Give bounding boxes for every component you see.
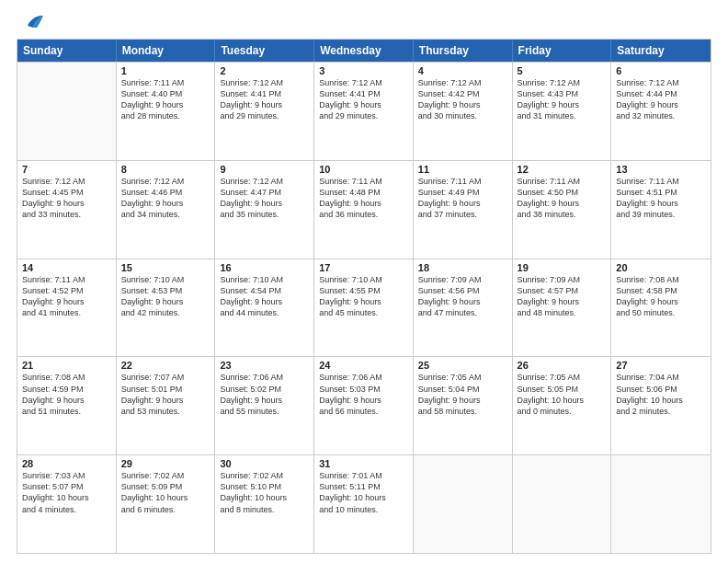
day-number: 25 — [418, 360, 507, 371]
header-monday: Monday — [117, 40, 216, 62]
day-number: 28 — [22, 458, 111, 469]
day-cell-28: 28Sunrise: 7:03 AMSunset: 5:07 PMDayligh… — [17, 455, 117, 553]
logo-bird-icon — [18, 13, 44, 33]
day-number: 31 — [319, 458, 408, 469]
cell-info-line: Daylight: 9 hours — [518, 296, 607, 307]
cell-info-line: Sunrise: 7:05 AM — [518, 372, 607, 383]
cell-info-line: Sunrise: 7:06 AM — [319, 372, 408, 383]
day-number: 3 — [319, 65, 408, 76]
day-cell-21: 21Sunrise: 7:08 AMSunset: 4:59 PMDayligh… — [17, 357, 117, 454]
cell-info-line: Sunset: 4:53 PM — [121, 285, 210, 296]
day-cell-5: 5Sunrise: 7:12 AMSunset: 4:43 PMDaylight… — [513, 63, 612, 160]
cell-info-line: Daylight: 9 hours — [418, 296, 507, 307]
header-thursday: Thursday — [414, 40, 513, 62]
cell-info-line: and 50 minutes. — [616, 307, 706, 318]
cell-info-line: and 35 minutes. — [220, 209, 309, 220]
cell-info-line: Daylight: 9 hours — [121, 99, 210, 110]
cell-info-line: Daylight: 9 hours — [418, 99, 507, 110]
cell-info-line: Sunset: 4:56 PM — [418, 285, 507, 296]
calendar-header-row: SundayMondayTuesdayWednesdayThursdayFrid… — [17, 40, 711, 62]
calendar: SundayMondayTuesdayWednesdayThursdayFrid… — [17, 39, 711, 554]
cell-info-line: and 0 minutes. — [518, 406, 607, 417]
cell-info-line: Sunset: 4:57 PM — [518, 285, 607, 296]
cell-info-line: and 28 minutes. — [121, 110, 210, 121]
cell-info-line: Sunset: 4:54 PM — [220, 285, 309, 296]
cell-info-line: Daylight: 9 hours — [319, 198, 408, 209]
cell-info-line: and 41 minutes. — [22, 307, 111, 318]
cell-info-line: Sunrise: 7:09 AM — [418, 274, 507, 285]
cell-info-line: and 55 minutes. — [220, 406, 309, 417]
empty-cell-4-5 — [513, 455, 612, 553]
day-cell-22: 22Sunrise: 7:07 AMSunset: 5:01 PMDayligh… — [117, 357, 216, 454]
header-tuesday: Tuesday — [215, 40, 314, 62]
cell-info-line: Sunrise: 7:02 AM — [121, 470, 210, 481]
header-friday: Friday — [513, 40, 612, 62]
cell-info-line: Sunset: 5:01 PM — [121, 384, 210, 395]
day-number: 13 — [616, 164, 706, 175]
cell-info-line: Sunset: 5:09 PM — [121, 481, 210, 492]
cell-info-line: Sunrise: 7:05 AM — [418, 372, 507, 383]
day-cell-25: 25Sunrise: 7:05 AMSunset: 5:04 PMDayligh… — [414, 357, 513, 454]
day-cell-4: 4Sunrise: 7:12 AMSunset: 4:42 PMDaylight… — [414, 63, 513, 160]
day-number: 20 — [616, 262, 706, 273]
day-cell-8: 8Sunrise: 7:12 AMSunset: 4:46 PMDaylight… — [117, 161, 216, 259]
cell-info-line: Daylight: 10 hours — [616, 395, 706, 406]
cell-info-line: Sunset: 5:10 PM — [220, 481, 309, 492]
day-cell-16: 16Sunrise: 7:10 AMSunset: 4:54 PMDayligh… — [215, 259, 314, 357]
day-cell-17: 17Sunrise: 7:10 AMSunset: 4:55 PMDayligh… — [314, 259, 414, 357]
day-cell-24: 24Sunrise: 7:06 AMSunset: 5:03 PMDayligh… — [314, 357, 414, 454]
cell-info-line: Daylight: 9 hours — [616, 296, 706, 307]
cell-info-line: Sunrise: 7:10 AM — [220, 274, 309, 285]
cell-info-line: Sunset: 5:02 PM — [220, 384, 309, 395]
cell-info-line: and 10 minutes. — [319, 504, 408, 515]
cell-info-line: Sunrise: 7:12 AM — [616, 77, 706, 88]
day-cell-11: 11Sunrise: 7:11 AMSunset: 4:49 PMDayligh… — [414, 161, 513, 259]
day-number: 21 — [22, 360, 111, 371]
day-cell-30: 30Sunrise: 7:02 AMSunset: 5:10 PMDayligh… — [215, 455, 314, 553]
day-number: 8 — [121, 164, 210, 175]
cell-info-line: Daylight: 9 hours — [319, 99, 408, 110]
cell-info-line: and 58 minutes. — [418, 406, 507, 417]
cell-info-line: Daylight: 9 hours — [121, 198, 210, 209]
day-cell-7: 7Sunrise: 7:12 AMSunset: 4:45 PMDaylight… — [17, 161, 117, 259]
cell-info-line: and 45 minutes. — [319, 307, 408, 318]
day-number: 19 — [518, 262, 607, 273]
cell-info-line: Sunset: 4:50 PM — [518, 187, 607, 198]
day-cell-9: 9Sunrise: 7:12 AMSunset: 4:47 PMDaylight… — [215, 161, 314, 259]
cell-info-line: Sunrise: 7:11 AM — [22, 274, 111, 285]
day-cell-18: 18Sunrise: 7:09 AMSunset: 4:56 PMDayligh… — [414, 259, 513, 357]
cell-info-line: Sunset: 4:41 PM — [220, 88, 309, 99]
cell-info-line: Sunset: 4:44 PM — [616, 88, 706, 99]
day-cell-2: 2Sunrise: 7:12 AMSunset: 4:41 PMDaylight… — [215, 63, 314, 160]
cell-info-line: and 42 minutes. — [121, 307, 210, 318]
cell-info-line: Sunrise: 7:03 AM — [22, 470, 111, 481]
header-wednesday: Wednesday — [314, 40, 414, 62]
cell-info-line: Sunrise: 7:10 AM — [121, 274, 210, 285]
day-cell-6: 6Sunrise: 7:12 AMSunset: 4:44 PMDaylight… — [611, 63, 711, 160]
logo — [17, 17, 44, 29]
cell-info-line: and 56 minutes. — [319, 406, 408, 417]
cell-info-line: Daylight: 10 hours — [22, 492, 111, 503]
cell-info-line: Daylight: 9 hours — [616, 198, 706, 209]
cell-info-line: Sunset: 4:47 PM — [220, 187, 309, 198]
day-number: 6 — [616, 65, 706, 76]
cell-info-line: Sunrise: 7:11 AM — [616, 176, 706, 187]
cell-info-line: Sunset: 4:55 PM — [319, 285, 408, 296]
empty-cell-0-0 — [17, 63, 117, 160]
cell-info-line: and 47 minutes. — [418, 307, 507, 318]
day-number: 22 — [121, 360, 210, 371]
cell-info-line: Sunset: 4:52 PM — [22, 285, 111, 296]
cell-info-line: and 4 minutes. — [22, 504, 111, 515]
day-number: 15 — [121, 262, 210, 273]
day-cell-3: 3Sunrise: 7:12 AMSunset: 4:41 PMDaylight… — [314, 63, 414, 160]
cell-info-line: Sunset: 5:11 PM — [319, 481, 408, 492]
day-number: 30 — [220, 458, 309, 469]
cell-info-line: Sunset: 4:51 PM — [616, 187, 706, 198]
cell-info-line: Sunrise: 7:08 AM — [22, 372, 111, 383]
cell-info-line: Sunrise: 7:06 AM — [220, 372, 309, 383]
cell-info-line: Sunrise: 7:12 AM — [121, 176, 210, 187]
cell-info-line: Daylight: 10 hours — [121, 492, 210, 503]
cell-info-line: and 30 minutes. — [418, 110, 507, 121]
cell-info-line: and 37 minutes. — [418, 209, 507, 220]
cell-info-line: Sunset: 5:03 PM — [319, 384, 408, 395]
